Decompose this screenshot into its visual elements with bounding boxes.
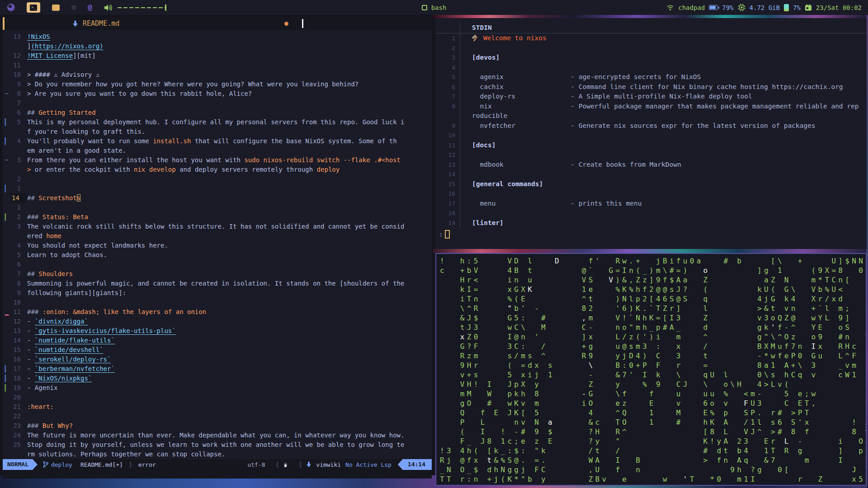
line-text: rm solutions. Perhaps together we can st… [27, 450, 225, 459]
editor-line: ~3From there you can either install the … [3, 155, 432, 165]
line-text: The volcanic rock still shifts below thi… [27, 222, 404, 231]
editor-window[interactable]: README.md 13!NixOS ](https://nixos.org) … [3, 17, 432, 476]
sign-column [3, 326, 11, 336]
line-text: - `divnix/digga` [27, 317, 88, 326]
editor-line: 16- `serokell/deploy-rs` [3, 355, 432, 364]
lsp-status: No Active Lsp [345, 461, 392, 468]
sign-column [3, 193, 11, 203]
pager-prompt[interactable]: : [435, 229, 867, 239]
line-number: 19 [11, 383, 27, 393]
editor-bottom-filler [3, 470, 432, 479]
hammer-icon [472, 34, 479, 42]
sign-column [3, 99, 11, 108]
matrix-terminal-window[interactable]: ! h:5 VD l D f' Rw.+ jBifu0a # b [\ + U]… [435, 253, 867, 486]
line-number: 8 [11, 279, 27, 288]
matrix-row: !3 4h( [k_:$: "k /t / # dt b4 1T R g ] p… [440, 446, 866, 455]
editor-line: 12!MIT License][mit] [3, 51, 432, 61]
editor-line: ered home [3, 231, 432, 241]
sign-column [3, 174, 11, 184]
editor-line: 10> #### ⚠ Advisory ⚠ [3, 70, 432, 80]
pager-window[interactable]: STDIN 1Welcome to nixos23[devos]45 ageni… [435, 18, 867, 249]
volume-control[interactable] [104, 4, 166, 11]
sign-column [3, 421, 11, 431]
pager-gutter-divider [460, 179, 460, 189]
editor-line: 2 [3, 174, 432, 184]
line-number: 10 [11, 298, 27, 307]
pager-line: 9 nvfetcher - Generate nix sources expr … [435, 121, 867, 131]
sign-column: ~ [3, 155, 11, 165]
editor-line: 15- `numtide/devshell` [3, 345, 432, 355]
volume-slider-handle[interactable] [165, 5, 166, 11]
tab-readme[interactable]: README.md [72, 17, 288, 30]
matrix-row: Rj @fx t&%S@. =. WA I B > fn Aq &7 m I V [440, 455, 866, 465]
line-number: 12 [11, 51, 27, 61]
pager-line: 16 [435, 189, 867, 199]
matrix-row: ( I ! -# 9 $ ?H R^ [8 L VJ^ ># 8 f 8 % [440, 427, 866, 436]
editor-statusline: NORMAL deploy README.md[+] ⟩ error utf-8… [3, 459, 432, 470]
sign-column [3, 108, 11, 117]
pager-line-number [435, 111, 455, 121]
pager-body[interactable]: 1Welcome to nixos23[devos]45 agenix - ag… [435, 33, 867, 228]
editor-buffer[interactable]: 13!NixOS ](https://nixos.org) 12!MIT Lic… [3, 30, 432, 459]
sign-column [3, 279, 11, 288]
firefox-workspace-icon[interactable] [7, 4, 15, 11]
pager-gutter-divider [460, 150, 460, 160]
line-number: 18 [11, 374, 27, 383]
statusline-separator: ⟨ [299, 460, 302, 469]
pager-line: 6 cachix - Command line client for Nix b… [435, 82, 867, 92]
line-number: 13 [11, 326, 27, 336]
pager-line-number: 9 [435, 121, 455, 131]
editor-line: 14- `numtide/flake-utils` [3, 336, 432, 345]
sign-column [3, 250, 11, 260]
editor-line: 20 [3, 393, 432, 402]
chat-workspace-icon[interactable] [52, 5, 60, 11]
line-text: f you're looking to graft this. [27, 127, 145, 136]
sign-column [3, 222, 11, 231]
sign-column [3, 165, 11, 174]
line-text: ## Shoulders [27, 269, 73, 279]
line-number: 6 [11, 108, 27, 117]
line-number [11, 42, 27, 51]
pager-gutter-divider [460, 22, 460, 33]
line-text: - Agenix [27, 383, 57, 393]
editor-line: 22 [3, 412, 432, 421]
editor-line: ▎19- Agenix [3, 383, 432, 393]
editor-line: 5Learn to adopt Chaos. [3, 250, 432, 260]
gear-workspace-icon[interactable]: ⚙ [71, 4, 76, 11]
at-workspace-icon[interactable]: @ [88, 3, 92, 12]
sign-column [3, 440, 11, 450]
pager-line-text: nix - Powerful package manager that make… [472, 102, 859, 112]
matrix-row: c +bV 4B t @` G=In(_)m\#=) o ]g 1 (9X=8 … [440, 266, 866, 275]
matrix-row: 9Hr ( =dx s \ B:0+P F r = 8a1 A+\ 3 _vm [440, 361, 866, 370]
volume-icon [104, 4, 112, 11]
line-number: 25 [11, 440, 27, 450]
pager-line-number: 5 [435, 72, 455, 82]
statusline-right: utf-8 ⟨ ⟨ vimwiki No Active Lsp 14:14 [247, 459, 432, 470]
matrix-row: \^R "b' - 82 '6)K.`TZr] l >&t vn +`l m; … [440, 304, 866, 313]
sign-column [3, 355, 11, 364]
ram-icon [784, 4, 789, 11]
editor-line: 24The future is more uncertain than ever… [3, 431, 432, 440]
line-number: 20 [11, 393, 27, 402]
line-text: ered home [27, 231, 61, 241]
pager-gutter-divider [460, 189, 460, 199]
wifi-icon [666, 5, 674, 11]
sign-column [3, 402, 11, 412]
line-text: following giants][giants]: [27, 288, 126, 298]
line-text: - `numtide/devshell` [27, 345, 104, 355]
tabline-accent-bar [3, 17, 5, 30]
line-text: - `gytis-ivaskevicius/flake-utils-plus` [27, 326, 176, 336]
terminal-workspace-active[interactable]: >_ [27, 2, 40, 13]
editor-line: 9> Do you remember how you got here? Whe… [3, 80, 432, 89]
window-class-icon [422, 5, 427, 10]
sign-column [3, 42, 11, 51]
line-text: Summoning is powerful magic, and cannot … [27, 279, 404, 288]
pager-gutter-divider [460, 208, 460, 218]
editor-line: 25Stop doing it by yourself, unless we l… [3, 440, 432, 450]
line-number: 3 [11, 155, 27, 165]
pager-line-text: agenix - age-encrypted secrets for NixOS [472, 72, 701, 82]
sign-column [3, 288, 11, 298]
sign-column: ▎ [3, 364, 11, 374]
volume-slider[interactable] [118, 7, 166, 8]
line-text: - `serokell/deploy-rs` [27, 355, 111, 364]
